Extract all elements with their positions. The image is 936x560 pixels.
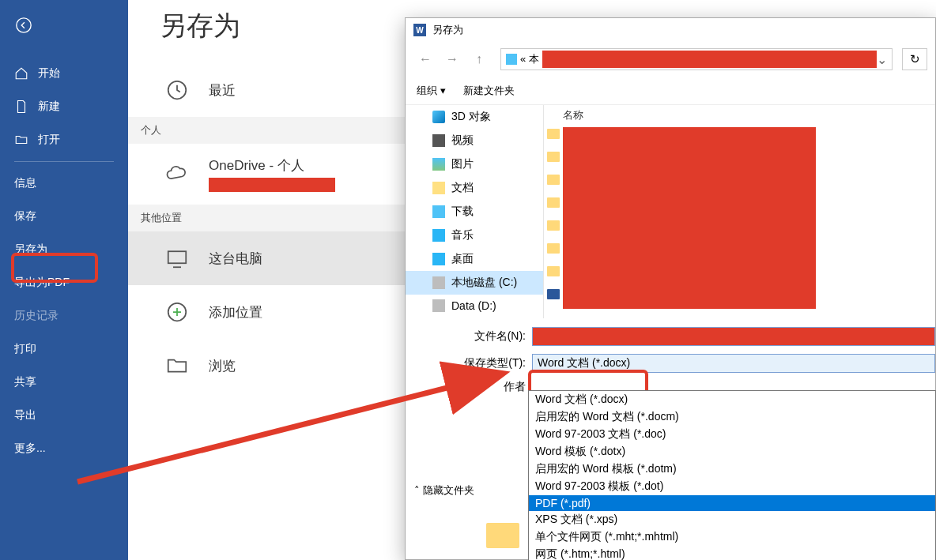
filename-input[interactable]	[532, 327, 935, 346]
hide-folders-toggle[interactable]: ˄ 隐藏文件夹	[414, 483, 474, 498]
author-label: 作者	[406, 380, 532, 394]
dd-xps[interactable]: XPS 文档 (*.xps)	[529, 511, 935, 528]
location-label: 最近	[209, 81, 236, 100]
dd-docm[interactable]: 启用宏的 Word 文档 (*.docm)	[529, 408, 935, 426]
section-personal: 个人	[128, 117, 405, 144]
tree-pictures[interactable]: 图片	[406, 152, 543, 176]
video-icon	[432, 134, 445, 147]
nav-label: 打开	[38, 133, 60, 147]
address-bar[interactable]: « 本 ⌄	[500, 48, 893, 70]
section-other: 其他位置	[128, 205, 405, 231]
refresh-button[interactable]: ↻	[902, 48, 927, 70]
nav-label: 导出为PDF	[14, 276, 70, 290]
dd-doc[interactable]: Word 97-2003 文档 (*.doc)	[529, 426, 935, 443]
tree-video[interactable]: 视频	[406, 129, 543, 152]
saveas-panel: 另存为 最近 个人 OneDrive - 个人 其他位置 这台电脑 添加位置 浏…	[128, 0, 405, 560]
downloads-icon	[432, 205, 445, 218]
dd-mht[interactable]: 单个文件网页 (*.mht;*.mhtml)	[529, 528, 935, 546]
toolbar-newfolder[interactable]: 新建文件夹	[463, 84, 515, 98]
address-segment: « 本	[520, 52, 539, 66]
clock-icon	[163, 76, 191, 104]
nav-label: 另存为	[14, 242, 47, 257]
page-title: 另存为	[160, 8, 405, 44]
svg-point-0	[17, 18, 31, 32]
desktop-icon	[432, 253, 445, 265]
dd-htm[interactable]: 网页 (*.htm;*.html)	[529, 546, 935, 560]
location-label: OneDrive - 个人	[209, 156, 335, 175]
filename-label: 文件名(N):	[406, 329, 532, 344]
location-thispc[interactable]: 这台电脑	[128, 231, 405, 285]
nav-export[interactable]: 导出	[0, 399, 128, 432]
nav-print[interactable]: 打印	[0, 333, 128, 366]
dd-pdf[interactable]: PDF (*.pdf)	[529, 495, 935, 511]
onedrive-icon	[163, 160, 191, 189]
tree-desktop[interactable]: 桌面	[406, 247, 543, 271]
location-recent[interactable]: 最近	[128, 63, 405, 117]
nav-label: 更多...	[14, 442, 46, 456]
location-addplace[interactable]: 添加位置	[128, 285, 405, 339]
disk-icon	[506, 54, 517, 65]
new-doc-icon	[14, 100, 28, 114]
location-onedrive[interactable]: OneDrive - 个人	[128, 144, 405, 205]
nav-label: 新建	[38, 100, 60, 114]
tree-diskd[interactable]: Data (D:)	[406, 295, 543, 317]
location-browse[interactable]: 浏览	[128, 339, 405, 393]
svg-rect-2	[168, 251, 187, 263]
filetype-label: 保存类型(T):	[406, 356, 532, 370]
nav-saveas[interactable]: 另存为	[0, 233, 128, 266]
back-arrow-icon	[15, 17, 32, 34]
nav-open[interactable]: 打开	[0, 123, 128, 156]
tree-downloads[interactable]: 下载	[406, 200, 543, 224]
tree-3d[interactable]: 3D 对象	[406, 105, 543, 129]
file-list[interactable]: 名称	[544, 105, 935, 318]
column-name[interactable]: 名称	[544, 105, 935, 126]
nav-forward-icon[interactable]: →	[440, 47, 464, 71]
toolbar-organize[interactable]: 组织 ▾	[417, 84, 446, 98]
nav-label: 共享	[14, 375, 36, 389]
dd-dot[interactable]: Word 97-2003 模板 (*.dot)	[529, 478, 935, 495]
3d-icon	[432, 111, 445, 123]
location-label: 浏览	[209, 357, 236, 375]
word-icon: W	[413, 24, 426, 36]
nav-home[interactable]: 开始	[0, 57, 128, 90]
add-place-icon	[163, 298, 191, 326]
redacted-path	[542, 51, 877, 68]
nav-new[interactable]: 新建	[0, 90, 128, 123]
nav-label: 导出	[14, 408, 36, 423]
redacted-account	[209, 178, 335, 192]
nav-up-icon[interactable]: ↑	[467, 47, 491, 71]
redacted-files	[563, 127, 816, 309]
dialog-title-text: 另存为	[432, 23, 463, 37]
nav-export-pdf[interactable]: 导出为PDF	[0, 266, 128, 299]
chevron-down-icon[interactable]: ⌄	[877, 52, 887, 67]
dd-dotx[interactable]: Word 模板 (*.dotx)	[529, 443, 935, 460]
filetype-dropdown[interactable]: Word 文档 (*.docx) 启用宏的 Word 文档 (*.docm) W…	[528, 390, 936, 560]
nav-history[interactable]: 历史记录	[0, 299, 128, 333]
nav-label: 开始	[38, 66, 60, 81]
folder-open-icon	[14, 133, 28, 147]
pictures-icon	[432, 158, 445, 171]
nav-info[interactable]: 信息	[0, 167, 128, 200]
dd-docx[interactable]: Word 文档 (*.docx)	[529, 391, 935, 408]
nav-more[interactable]: 更多...	[0, 432, 128, 465]
browse-folder-icon	[163, 351, 191, 380]
disk-d-icon	[432, 299, 445, 312]
disk-c-icon	[432, 276, 445, 289]
nav-save[interactable]: 保存	[0, 200, 128, 233]
tree-diskc[interactable]: 本地磁盘 (C:)	[406, 271, 543, 295]
dd-dotm[interactable]: 启用宏的 Word 模板 (*.dotm)	[529, 460, 935, 478]
nav-back-icon[interactable]: ←	[413, 47, 437, 71]
folder-tree[interactable]: 3D 对象 视频 图片 文档 下载 音乐 桌面 本地磁盘 (C:) Data (…	[406, 105, 544, 318]
nav-label: 信息	[14, 176, 36, 190]
tree-music[interactable]: 音乐	[406, 224, 543, 247]
documents-icon	[432, 182, 445, 194]
backstage-sidebar: 开始 新建 打开 信息 保存 另存为 导出为PDF 历史记录 打印 共享 导出 …	[0, 0, 128, 560]
folder-icons-column	[547, 129, 560, 299]
back-button[interactable]	[8, 9, 40, 41]
chevron-up-icon: ˄	[414, 484, 420, 496]
filetype-select[interactable]: Word 文档 (*.docx)	[532, 354, 935, 373]
nav-share[interactable]: 共享	[0, 366, 128, 399]
tree-documents[interactable]: 文档	[406, 176, 543, 200]
location-label: 这台电脑	[209, 250, 262, 268]
music-icon	[432, 229, 445, 242]
